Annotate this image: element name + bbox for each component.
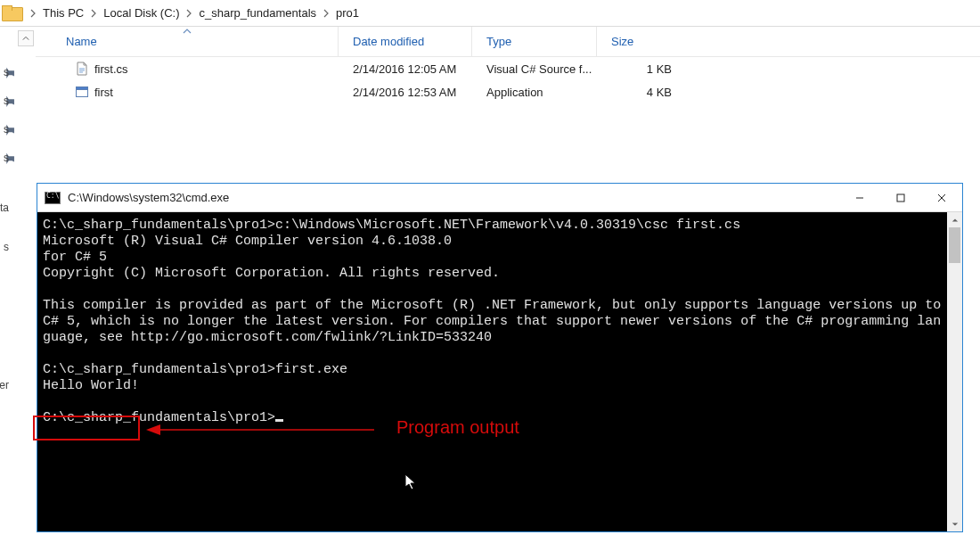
terminal-line: for C# 5: [43, 250, 107, 265]
file-row[interactable]: first.cs 2/14/2016 12:05 AM Visual C# So…: [36, 57, 980, 80]
terminal-line: C:\c_sharp_fundamentals\pro1>first.exe: [43, 362, 347, 377]
maximize-button[interactable]: [880, 184, 921, 211]
file-type: Visual C# Source f...: [472, 62, 597, 76]
nav-item-label[interactable]: s: [4, 241, 9, 253]
breadcrumb[interactable]: This PC Local Disk (C:) c_sharp_fundamen…: [0, 0, 980, 27]
file-date: 2/14/2016 12:53 AM: [339, 86, 472, 99]
column-header-row: Name Date modified Type Size: [36, 27, 980, 57]
breadcrumb-seg-3[interactable]: pro1: [332, 0, 363, 27]
scrollbar[interactable]: [947, 212, 962, 531]
chevron-right-icon[interactable]: [87, 0, 100, 27]
window-controls: [839, 184, 962, 211]
file-date: 2/14/2016 12:05 AM: [339, 62, 472, 76]
file-name: first.cs: [94, 62, 128, 76]
breadcrumb-seg-0[interactable]: This PC: [39, 0, 87, 27]
scroll-thumb[interactable]: [949, 227, 960, 263]
nav-item-label[interactable]: Higher: [0, 379, 9, 391]
column-header-label: Type: [486, 35, 511, 48]
source-file-icon: [75, 62, 89, 76]
window-titlebar[interactable]: C:\Windows\system32\cmd.exe: [37, 184, 962, 212]
file-row[interactable]: first 2/14/2016 12:53 AM Application 4 K…: [36, 80, 980, 103]
cmd-icon: [45, 192, 61, 204]
chevron-up-icon[interactable]: [18, 30, 34, 46]
folder-icon: [2, 5, 21, 21]
terminal-body[interactable]: C:\c_sharp_fundamentals\pro1>c:\Windows\…: [37, 212, 962, 531]
cursor-icon: [275, 419, 283, 422]
file-name: first: [94, 86, 113, 99]
terminal-line: C:\c_sharp_fundamentals\pro1>: [43, 410, 275, 425]
nav-item-label[interactable]: s: [4, 152, 9, 164]
terminal-line: Copyright (C) Microsoft Corporation. All…: [43, 266, 500, 281]
file-size: 4 KB: [597, 86, 686, 99]
terminal-output: C:\c_sharp_fundamentals\pro1>c:\Windows\…: [37, 212, 947, 432]
chevron-right-icon[interactable]: [320, 0, 332, 27]
breadcrumb-seg-1[interactable]: Local Disk (C:): [100, 0, 183, 27]
column-header-type[interactable]: Type: [472, 27, 597, 56]
window-title: C:\Windows\system32\cmd.exe: [68, 191, 839, 204]
column-header-date[interactable]: Date modified: [339, 27, 472, 56]
svg-rect-1: [77, 87, 88, 90]
chevron-right-icon[interactable]: [183, 0, 195, 27]
column-header-size[interactable]: Size: [597, 27, 686, 56]
file-type: Application: [472, 86, 597, 99]
navigation-pane-gutter: s s s s nenta s Higher: [0, 27, 36, 535]
nav-item-label[interactable]: s: [4, 95, 9, 107]
nav-item-label[interactable]: s: [4, 123, 9, 136]
breadcrumb-seg-2[interactable]: c_sharp_fundamentals: [195, 0, 320, 27]
minimize-button[interactable]: [839, 184, 880, 211]
svg-rect-2: [897, 194, 904, 202]
column-header-label: Size: [611, 35, 633, 48]
column-header-label: Name: [66, 35, 97, 48]
column-header-name[interactable]: Name: [36, 27, 339, 56]
scroll-down-button[interactable]: [947, 516, 962, 531]
column-header-label: Date modified: [353, 35, 424, 48]
chevron-right-icon[interactable]: [27, 0, 39, 27]
terminal-line: Microsoft (R) Visual C# Compiler version…: [43, 234, 452, 249]
application-icon: [75, 85, 89, 99]
scroll-up-button[interactable]: [947, 212, 962, 227]
sort-asc-icon: [183, 29, 192, 34]
file-size: 1 KB: [597, 62, 686, 76]
nav-item-label[interactable]: nenta: [0, 202, 9, 214]
close-button[interactable]: [921, 184, 962, 211]
terminal-line: This compiler is provided as part of the…: [43, 298, 949, 345]
cmd-window[interactable]: C:\Windows\system32\cmd.exe C:\c_sharp_f…: [37, 183, 963, 532]
terminal-line: C:\c_sharp_fundamentals\pro1>c:\Windows\…: [43, 218, 740, 233]
terminal-line: Hello World!: [43, 378, 139, 393]
nav-item-label[interactable]: s: [4, 66, 9, 78]
